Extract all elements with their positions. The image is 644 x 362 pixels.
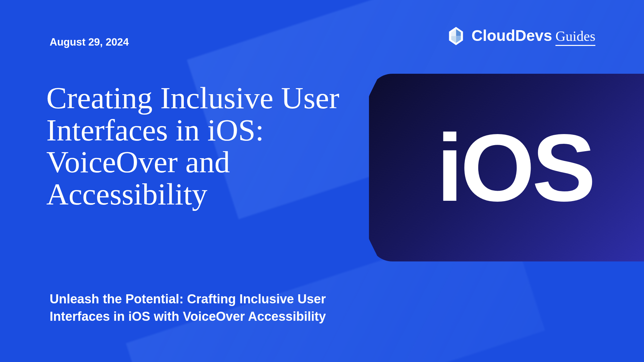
ios-badge-background: iOS bbox=[369, 74, 644, 261]
article-subtitle: Unleash the Potential: Crafting Inclusiv… bbox=[50, 291, 368, 325]
brand-name-main: CloudDevs bbox=[472, 26, 552, 45]
article-title: Creating Inclusive User Interfaces in iO… bbox=[46, 82, 368, 210]
clouddevs-logo-icon bbox=[445, 25, 467, 47]
brand-name: CloudDevs Guides bbox=[472, 26, 595, 46]
publication-date: August 29, 2024 bbox=[50, 36, 129, 48]
brand-logo: CloudDevs Guides bbox=[445, 25, 595, 47]
ios-badge-text: iOS bbox=[437, 113, 593, 223]
brand-name-suffix: Guides bbox=[555, 28, 595, 46]
ios-platform-badge: iOS bbox=[369, 74, 644, 261]
